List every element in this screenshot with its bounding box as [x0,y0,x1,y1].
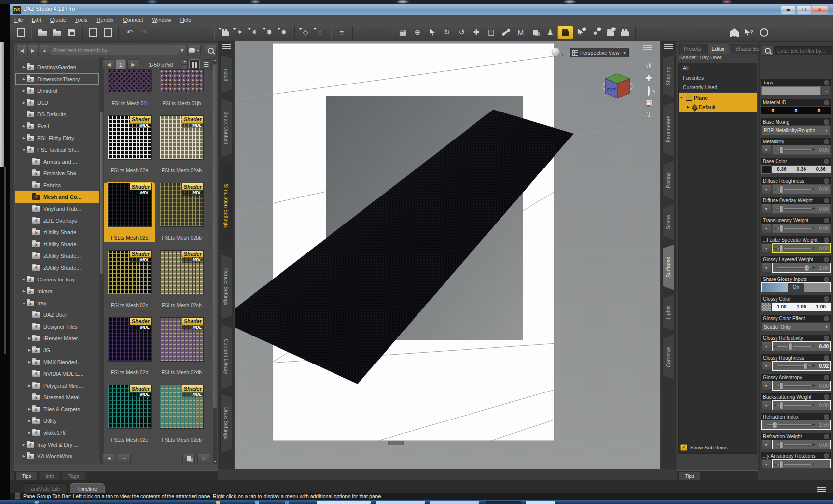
expand-icon[interactable]: ▶ [21,124,27,128]
redo-icon[interactable]: ↷ [137,26,152,39]
slider-knob[interactable] [779,205,784,213]
help-icon[interactable] [756,26,771,39]
color-swatch[interactable] [761,303,771,311]
camera-settings-icon[interactable] [603,26,617,39]
gear-icon[interactable] [824,139,829,144]
tree-item[interactable]: SDS Defaults [15,109,99,120]
slider-groove[interactable] [777,346,811,347]
menu-help[interactable]: Help [176,15,196,24]
expand-icon[interactable]: ▶ [21,289,27,293]
slider-options-button[interactable]: ▼ [761,341,771,351]
pane-options-icon[interactable] [222,44,231,51]
add-content-button[interactable]: + [103,454,115,464]
new-point-light-icon[interactable]: ✷+ [247,26,262,39]
export-icon[interactable] [101,26,115,39]
slider-track[interactable]: −+0.00 [772,184,831,194]
expand-icon[interactable]: ▶ [27,336,32,340]
gear-icon[interactable] [824,119,829,125]
tree-item[interactable]: ▶SKA WoodWorx [15,450,99,462]
filter-search-button[interactable] [762,46,774,56]
slider-groove[interactable] [777,189,811,190]
tree-item[interactable]: ▶SMMX Blended... [15,356,99,368]
filter-row-favorites[interactable]: Favorites [679,73,757,83]
dock-tab-lights[interactable]: Lights [662,294,675,331]
toggle-share-glossy-inputs[interactable]: On [761,282,831,292]
thumbnail-item[interactable]: ShaderMDLFSLts Mesh 02e [104,385,155,444]
scroll-up-icon[interactable]: ▲ [213,58,217,62]
slider-translucency-weight[interactable]: ▼−+0.00 [761,224,831,233]
save-as-icon[interactable] [50,26,64,39]
tree-item[interactable]: SArmors and ... [15,156,99,168]
lights-settings-icon[interactable]: ● [588,26,603,39]
expand-icon[interactable]: ▶ [21,89,27,93]
expand-icon[interactable]: ▶ [27,407,32,411]
slider-diffuse-roughness[interactable]: ▼−+0.00 [761,184,831,194]
taskbar-icon[interactable] [285,501,289,504]
slider-options-button[interactable]: ▼ [761,381,771,391]
tree-scrollbar-handle[interactable] [100,112,103,274]
dock-tab-parameters[interactable]: Parameters [662,102,675,157]
tree-item[interactable]: SMesh and Co... [15,191,99,203]
rotate-tool-icon[interactable]: ↻ [440,26,454,39]
dock-tab-shaping[interactable]: Shaping [662,55,675,98]
slider-options-button[interactable]: ▼ [761,204,771,214]
dock-tab-scene[interactable]: Scene [662,204,675,240]
gear-icon[interactable] [824,296,829,302]
gear-icon[interactable] [824,277,829,282]
draw-style-sphere-icon[interactable] [552,48,560,56]
gear-icon[interactable] [824,336,829,341]
slider-track[interactable]: −+1.00 [772,263,831,273]
color-swatch[interactable] [761,165,771,174]
slider-groove[interactable] [777,267,811,269]
tree-item[interactable]: ▶SEva1 [15,120,99,132]
thumbnail-scrollbar[interactable]: ▲ ▼ [213,57,217,464]
dock-tab-render-settings[interactable]: Render Settings [220,254,233,320]
slider-knob[interactable] [779,225,784,232]
new-distant-light-icon[interactable]: ✶+ [232,26,247,39]
tree-item[interactable]: SVinyl and Rub... [15,203,99,215]
thumbnail-item[interactable]: ShaderMDLFSLts Mesh 02d [104,317,155,376]
surfaces-tips-tab[interactable]: Tips [678,472,700,480]
slider-knob[interactable] [805,264,809,272]
menu-create[interactable]: Create [46,15,71,24]
footer-tab-tags[interactable]: Tags [62,472,85,480]
tree-item[interactable]: SEmissive Sha... [15,168,99,179]
tree-item[interactable]: ▶SDimensionTheory [15,73,99,85]
color-values[interactable]: 1.001.001.00 [772,303,831,311]
slider-groove[interactable] [777,248,811,249]
collapse-icon[interactable]: ▼ [21,302,27,305]
menu-render[interactable]: Render [92,15,118,24]
taskbar-button[interactable] [317,501,371,504]
new-file-icon[interactable] [13,26,28,39]
list-view-button[interactable]: ☰ [201,59,212,70]
import-icon[interactable] [86,26,101,39]
gear-icon[interactable] [824,100,829,105]
tree-item[interactable]: ▶SIRender Mater... [15,333,99,344]
expand-icon[interactable]: ▶ [21,278,27,281]
gear-icon[interactable] [824,178,829,184]
thumbnail-item[interactable]: ShaderMDLFSLts Mesh 02b [104,183,155,242]
menu-tools[interactable]: Tools [71,15,92,24]
page-number[interactable]: 1 [116,59,126,70]
frame-camera-icon[interactable]: ▣ [642,98,655,109]
gear-icon[interactable] [824,414,829,420]
gear-icon[interactable] [824,237,829,243]
footer-tab-tips[interactable]: Tips [15,472,37,480]
slider-glossy-anisotropy[interactable]: ▼−+0.00 [761,381,831,391]
tree-item[interactable]: SzUtility Shade... [15,262,99,274]
figure-setup-icon[interactable]: ♟ [543,26,557,39]
slider-knob[interactable] [779,186,784,193]
slider-groove[interactable] [767,424,811,426]
expand-icon[interactable]: ▶ [27,419,32,423]
tree-item[interactable]: SzUtility Shade... [15,238,99,250]
dock-tab-content-library[interactable]: Content Library [220,324,233,390]
slider-glossy-roughness[interactable]: ▼−+0.92 [761,361,831,371]
slider-options-button[interactable]: ▼ [761,224,771,233]
tree-item[interactable]: ▶SDestinysGarden [15,61,99,73]
thumbnail-item[interactable]: ShaderMDLFSLts Mesh 02ab [156,115,207,174]
viewport-pane-options-icon[interactable] [643,45,652,52]
viewport-splitter-handle[interactable] [388,441,404,445]
new-camera-icon[interactable]: + [218,26,232,39]
taskbar-button[interactable] [526,501,555,504]
tool-settings-icon[interactable] [573,26,588,39]
